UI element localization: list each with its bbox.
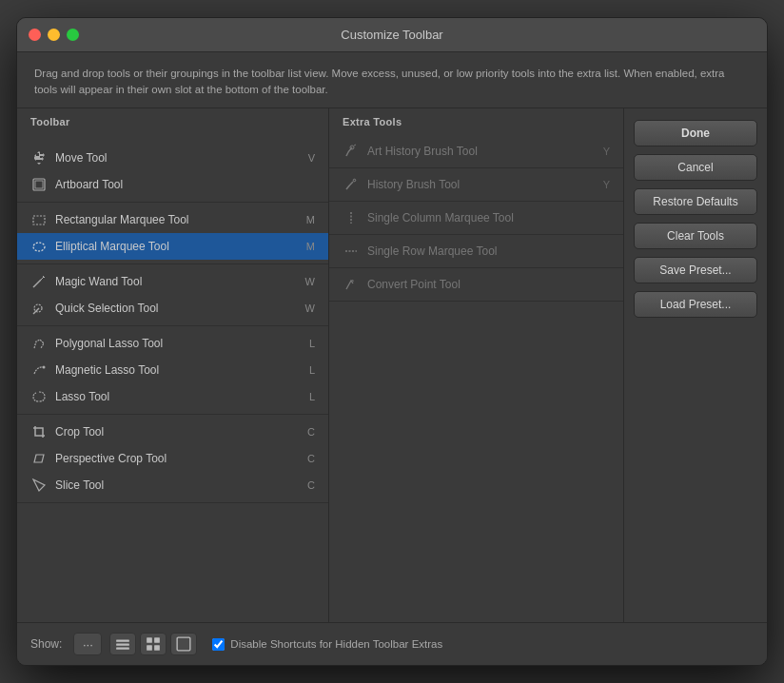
single-column-marquee-icon (343, 209, 360, 226)
svg-rect-17 (117, 648, 130, 650)
footer: Show: ··· (17, 622, 767, 665)
show-more-icon: ··· (83, 637, 93, 652)
done-button[interactable]: Done (634, 120, 757, 146)
svg-rect-18 (147, 637, 153, 643)
tool-group-move: Move Tool V Artboard Tool (17, 141, 328, 203)
tool-shortcut-quick-selection: W (305, 302, 315, 314)
clear-tools-button[interactable]: Clear Tools (634, 223, 757, 249)
extra-tool-single-row-marquee[interactable]: Single Row Marquee Tool (329, 235, 623, 268)
tool-label-polygonal-lasso: Polygonal Lasso Tool (55, 337, 163, 350)
tool-shortcut-rect-marquee: M (306, 214, 315, 225)
tool-item-magnetic-lasso[interactable]: Magnetic Lasso Tool L (17, 357, 328, 383)
extra-tool-info-history: History Brush Tool (343, 176, 460, 193)
elliptical-marquee-icon (30, 238, 48, 255)
history-brush-icon (343, 176, 360, 193)
tool-item-quick-selection[interactable]: Quick Selection Tool W (17, 295, 328, 322)
tool-group-lasso: Polygonal Lasso Tool L Magnetic Lasso To… (17, 326, 328, 415)
disable-shortcuts-label[interactable]: Disable Shortcuts for Hidden Toolbar Ext… (230, 638, 442, 650)
tool-shortcut-crop: C (307, 426, 315, 438)
move-tool-icon (30, 149, 48, 166)
restore-defaults-button[interactable]: Restore Defaults (634, 188, 757, 215)
convert-point-icon (343, 276, 360, 293)
svg-point-9 (43, 366, 46, 369)
tool-item-polygonal-lasso[interactable]: Polygonal Lasso Tool L (17, 330, 328, 357)
tool-shortcut-slice: C (307, 479, 315, 491)
svg-marker-10 (34, 455, 44, 462)
description-text: Drag and drop tools or their groupings i… (17, 52, 767, 109)
perspective-crop-icon (30, 450, 48, 467)
tool-label-elliptical-marquee: Elliptical Marquee Tool (55, 240, 169, 253)
extra-tool-single-column-marquee[interactable]: Single Column Marquee Tool (329, 202, 623, 235)
show-more-button[interactable]: ··· (73, 633, 102, 655)
maximize-button[interactable] (67, 29, 79, 41)
tool-item-move[interactable]: Move Tool V (17, 145, 328, 171)
tool-group-wand: Magic Wand Tool W Quick Selection Tool W (17, 264, 328, 326)
single-row-marquee-icon (343, 243, 360, 260)
extra-tool-label-single-row: Single Row Marquee Tool (367, 244, 498, 258)
svg-rect-2 (33, 216, 45, 224)
disable-shortcuts-area: Disable Shortcuts for Hidden Toolbar Ext… (212, 638, 442, 651)
tool-item-crop[interactable]: Crop Tool C (17, 419, 328, 445)
extra-tools-panel: Extra Tools Art History Brush Tool Y (329, 108, 624, 622)
load-preset-button[interactable]: Load Preset... (634, 291, 757, 318)
svg-rect-1 (35, 181, 43, 188)
save-preset-button[interactable]: Save Preset... (634, 257, 757, 283)
extra-tool-history-brush[interactable]: History Brush Tool Y (329, 168, 623, 202)
tool-label-artboard: Artboard Tool (55, 178, 123, 191)
minimize-button[interactable] (48, 29, 60, 41)
show-label: Show: (30, 637, 62, 651)
close-button[interactable] (29, 29, 41, 41)
artboard-tool-icon (30, 176, 48, 193)
dialog-title: Customize Toolbar (341, 28, 442, 42)
tool-item-rectangular-marquee[interactable]: Rectangular Marquee Tool M (17, 206, 328, 233)
extra-tool-label-convert-point: Convert Point Tool (367, 278, 461, 291)
tool-item-magic-wand[interactable]: Magic Wand Tool W (17, 268, 328, 295)
tool-label-slice: Slice Tool (55, 478, 104, 492)
extra-tool-shortcut-history-brush: Y (603, 179, 610, 190)
svg-rect-21 (155, 645, 161, 651)
tool-item-elliptical-marquee[interactable]: Elliptical Marquee Tool M (17, 233, 328, 260)
tool-shortcut-lasso: L (309, 391, 315, 402)
svg-rect-16 (117, 644, 130, 646)
quick-selection-icon (30, 300, 48, 317)
main-area: Toolbar Move Tool V (17, 108, 767, 622)
svg-rect-15 (117, 640, 130, 642)
magic-wand-icon (30, 273, 48, 290)
toolbar-panel: Toolbar Move Tool V (17, 108, 329, 622)
svg-line-4 (33, 280, 41, 287)
polygonal-lasso-icon (30, 335, 48, 352)
tool-shortcut-perspective-crop: C (307, 453, 315, 464)
cancel-button[interactable]: Cancel (634, 154, 757, 181)
svg-rect-22 (178, 637, 191, 651)
tool-item-slice[interactable]: Slice Tool C (17, 472, 328, 498)
tool-label-lasso: Lasso Tool (55, 390, 109, 403)
tool-item-perspective-crop[interactable]: Perspective Crop Tool C (17, 445, 328, 472)
extra-tool-label-history-brush: History Brush Tool (367, 178, 460, 191)
tool-label-rect-marquee: Rectangular Marquee Tool (55, 213, 189, 226)
tool-group-marquee: Rectangular Marquee Tool M Elliptical Ma… (17, 203, 328, 264)
tool-shortcut-elliptical-marquee: M (306, 241, 315, 252)
tool-shortcut-magic-wand: W (305, 276, 315, 287)
extra-tool-art-history-brush[interactable]: Art History Brush Tool Y (329, 135, 623, 168)
traffic-lights (29, 29, 79, 41)
svg-rect-19 (155, 637, 161, 643)
disable-shortcuts-checkbox[interactable] (212, 638, 225, 651)
tool-label-magnetic-lasso: Magnetic Lasso Tool (55, 363, 159, 377)
extra-tool-convert-point[interactable]: Convert Point Tool (329, 268, 623, 302)
slice-icon (30, 477, 48, 494)
tool-label-perspective-crop: Perspective Crop Tool (55, 452, 167, 465)
extra-tool-shortcut-art-history: Y (603, 146, 610, 157)
footer-icon-list-button[interactable] (109, 633, 136, 655)
art-history-brush-icon (343, 143, 360, 160)
footer-icon-large-grid-button[interactable] (170, 633, 197, 655)
tool-group-crop: Crop Tool C Perspective Crop Tool C (17, 415, 328, 503)
lasso-icon (30, 388, 48, 405)
tool-item-lasso[interactable]: Lasso Tool L (17, 383, 328, 410)
toolbar-list[interactable]: Move Tool V Artboard Tool (17, 135, 328, 622)
customize-toolbar-dialog: Customize Toolbar Drag and drop tools or… (16, 17, 768, 667)
footer-icon-small-grid-button[interactable] (140, 633, 167, 655)
svg-rect-20 (147, 645, 153, 651)
tool-item-artboard[interactable]: Artboard Tool (17, 171, 328, 198)
tool-shortcut-magnetic-lasso: L (309, 364, 315, 376)
title-bar: Customize Toolbar (17, 18, 767, 52)
